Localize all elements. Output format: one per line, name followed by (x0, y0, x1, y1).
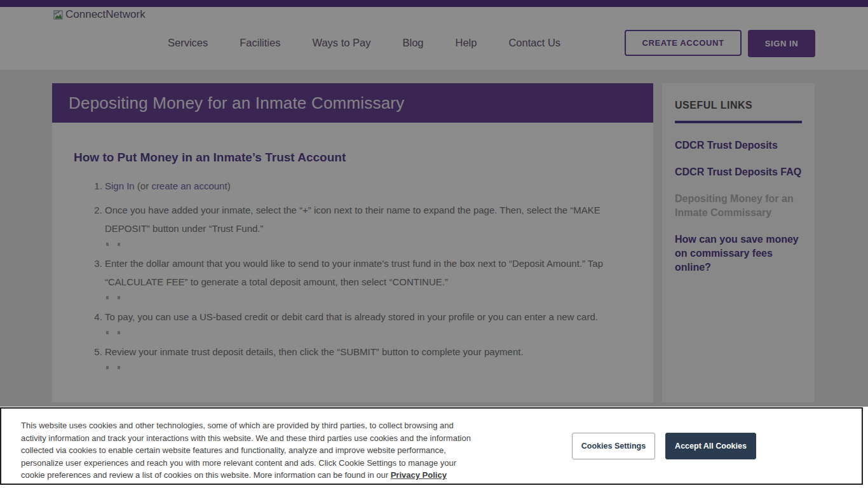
page: ConnectNetwork Services Facilities Ways … (0, 0, 868, 488)
cookie-message: This website uses cookies and other tech… (21, 419, 473, 482)
accept-all-cookies-button[interactable]: Accept All Cookies (665, 433, 756, 459)
cookie-buttons: Cookies Settings Accept All Cookies (572, 433, 756, 459)
cookie-consent-banner: This website uses cookies and other tech… (0, 407, 868, 488)
cookies-settings-button[interactable]: Cookies Settings (572, 433, 655, 459)
privacy-policy-link[interactable]: Privacy Policy (391, 470, 447, 480)
